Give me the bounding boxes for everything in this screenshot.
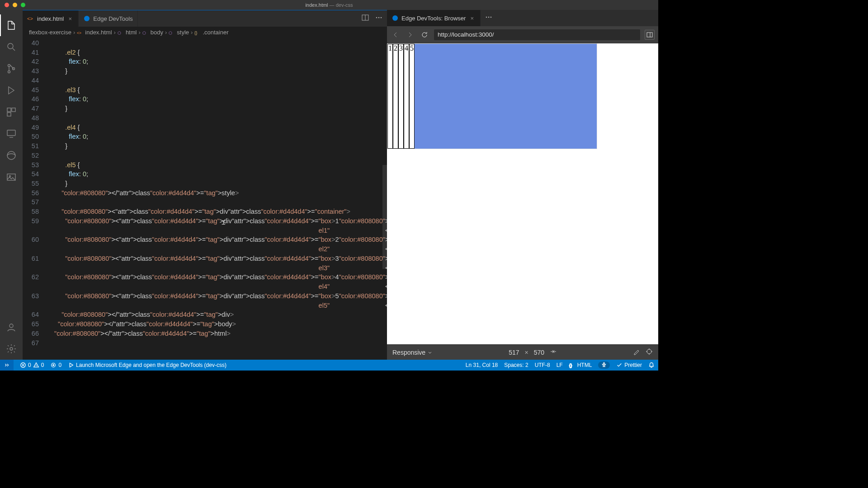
line-number: 41 [23, 48, 42, 57]
code-line[interactable]: 52 [23, 151, 387, 160]
tab-index-html[interactable]: <> index.html × [23, 10, 79, 27]
svg-point-18 [381, 17, 382, 19]
code-line[interactable]: 63 "color:#808080"><"attr">class"color:#… [23, 291, 387, 310]
tab-browser-preview[interactable]: Edge DevTools: Browser × [387, 10, 481, 26]
line-number: 51 [23, 141, 42, 151]
svg-point-16 [376, 17, 377, 19]
settings-gear-icon[interactable] [0, 338, 23, 360]
search-icon[interactable] [0, 36, 23, 58]
breadcrumb-html[interactable]: ⬡html [118, 29, 137, 36]
code-line[interactable]: 58 "color:#808080"><"attr">class"color:#… [23, 207, 387, 216]
code-line[interactable]: 42 flex: 0; [23, 57, 387, 66]
line-number: 54 [23, 169, 42, 179]
breadcrumb[interactable]: flexbox-exercise › <>index.html › ⬡html … [23, 27, 387, 38]
code-line[interactable]: 47 } [23, 104, 387, 113]
line-number: 64 [23, 310, 42, 319]
accounts-icon[interactable] [0, 316, 23, 338]
tab-edge-devtools[interactable]: Edge DevTools [79, 10, 137, 27]
browser-preview[interactable]: 1 2 3 4 5 [387, 43, 658, 344]
more-actions-icon[interactable] [375, 14, 382, 23]
rotate-device-icon[interactable] [550, 348, 557, 357]
cursor-position[interactable]: Ln 31, Col 18 [466, 362, 498, 368]
forward-button[interactable] [405, 30, 415, 40]
code-line[interactable]: 66"color:#808080"></"attr">class"color:#… [23, 329, 387, 338]
indent-indicator[interactable]: Spaces: 2 [504, 362, 528, 368]
language-mode[interactable]: {}HTML [569, 362, 592, 368]
source-control-icon[interactable] [0, 58, 23, 80]
code-line[interactable]: 46 flex: 0; [23, 94, 387, 104]
viewport-width[interactable]: 517 [509, 349, 519, 356]
eol-indicator[interactable]: LF [557, 362, 563, 368]
device-select[interactable]: Responsive [392, 349, 433, 356]
remote-indicator[interactable] [0, 360, 14, 371]
breadcrumb-style[interactable]: ⬡style [169, 29, 189, 36]
code-line[interactable]: 59 "color:#808080"><"attr">class"color:#… [23, 216, 387, 235]
url-input[interactable]: http://localhost:3000/ [434, 29, 640, 40]
code-line[interactable]: 55 } [23, 179, 387, 188]
notifications-icon[interactable] [648, 362, 655, 368]
edit-styles-icon[interactable] [633, 348, 640, 357]
code-line[interactable]: 44 [23, 76, 387, 85]
toggle-devtools-icon[interactable] [645, 30, 655, 40]
code-line[interactable]: 56 "color:#808080"></"attr">class"color:… [23, 188, 387, 198]
code-line[interactable]: 45 .el3 { [23, 85, 387, 95]
extensions-icon[interactable] [0, 101, 23, 123]
svg-text:<>: <> [27, 16, 33, 21]
svg-point-0 [8, 43, 13, 49]
line-number: 48 [23, 113, 42, 123]
code-editor[interactable]: 4041 .el2 {42 flex: 0;43 }4445 .el3 {46 … [23, 38, 387, 360]
code-line[interactable]: 40 [23, 38, 387, 48]
code-line[interactable]: 61 "color:#808080"><"attr">class"color:#… [23, 254, 387, 272]
breadcrumb-folder[interactable]: flexbox-exercise [29, 29, 71, 36]
edge-logo-icon [83, 15, 90, 22]
code-line[interactable]: 67 [23, 338, 387, 348]
ports-indicator[interactable]: 0 [50, 362, 61, 368]
line-number: 52 [23, 151, 42, 160]
code-line[interactable]: 57 [23, 197, 387, 207]
code-line[interactable]: 48 [23, 113, 387, 123]
split-editor-icon[interactable] [362, 14, 369, 23]
code-line[interactable]: 51 } [23, 141, 387, 151]
back-button[interactable] [391, 30, 401, 40]
minimize-window-button[interactable] [13, 3, 17, 7]
code-line[interactable]: 65 "color:#808080"></"attr">class"color:… [23, 319, 387, 329]
image-tool-icon[interactable] [0, 166, 23, 188]
problems-indicator[interactable]: 0 0 [20, 362, 44, 368]
minimap-thumb[interactable] [382, 165, 387, 269]
edge-tools-icon[interactable] [0, 145, 23, 166]
launch-edge-button[interactable]: Launch Microsoft Edge and open the Edge … [68, 362, 226, 368]
code-line[interactable]: 60 "color:#808080"><"attr">class"color:#… [23, 235, 387, 253]
more-actions-icon[interactable] [485, 14, 492, 23]
close-window-button[interactable] [5, 3, 9, 7]
code-line[interactable]: 49 .el4 { [23, 123, 387, 132]
code-line[interactable]: 54 flex: 0; [23, 169, 387, 179]
viewport-height[interactable]: 570 [534, 349, 544, 356]
encoding-indicator[interactable]: UTF-8 [535, 362, 550, 368]
line-number: 43 [23, 66, 42, 76]
line-number: 62 [23, 272, 42, 291]
breadcrumb-file[interactable]: <>index.html [77, 29, 112, 36]
run-debug-icon[interactable] [0, 80, 23, 101]
svg-point-26 [488, 17, 490, 18]
reload-button[interactable] [420, 30, 429, 40]
remote-explorer-icon[interactable] [0, 123, 23, 145]
code-line[interactable]: 62 "color:#808080"><"attr">class"color:#… [23, 272, 387, 291]
svg-point-32 [53, 365, 54, 366]
close-tab-icon[interactable]: × [66, 15, 74, 22]
code-line[interactable]: 64 "color:#808080"></"attr">class"color:… [23, 310, 387, 319]
code-line[interactable]: 43 } [23, 66, 387, 76]
breadcrumb-body[interactable]: ⬡body [142, 29, 163, 36]
accessibility-icon[interactable] [598, 361, 610, 369]
code-line[interactable]: 41 .el2 { [23, 48, 387, 57]
code-line[interactable]: 53 .el5 { [23, 160, 387, 170]
code-line[interactable]: 50 flex: 0; [23, 132, 387, 141]
target-icon[interactable] [646, 348, 653, 357]
titlebar: index.html — dev-css [0, 0, 658, 10]
zoom-window-button[interactable] [21, 3, 25, 7]
explorer-icon[interactable] [0, 14, 23, 36]
minimap[interactable] [382, 38, 387, 360]
prettier-indicator[interactable]: Prettier [616, 362, 642, 368]
preview-flex-item: 5 [409, 44, 415, 149]
breadcrumb-container[interactable]: {}.container [194, 29, 228, 36]
close-tab-icon[interactable]: × [468, 15, 476, 22]
